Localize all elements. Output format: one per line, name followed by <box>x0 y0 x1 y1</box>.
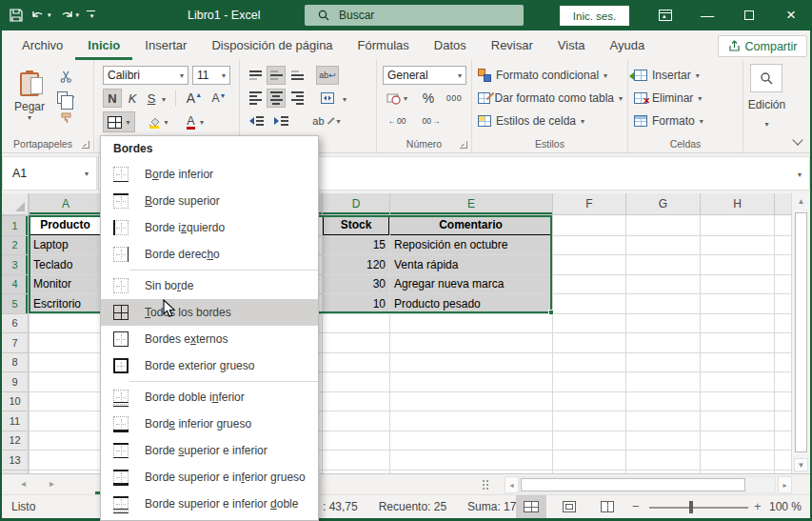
shrink-font-button[interactable]: A▼ <box>208 89 230 108</box>
cut-button[interactable] <box>55 68 76 85</box>
tab-insertar[interactable]: Insertar <box>132 32 199 60</box>
decrease-indent-button[interactable] <box>246 111 267 130</box>
redo-button[interactable]: ▾ <box>55 0 84 30</box>
underline-button[interactable]: S <box>143 89 160 108</box>
undo-dropdown-icon[interactable]: ▾ <box>48 11 51 19</box>
merge-center-button[interactable] <box>316 89 339 108</box>
vertical-scrollbar[interactable]: ▲ ▼ <box>791 193 810 473</box>
row-header-6[interactable]: 6 <box>2 313 29 333</box>
zoom-level[interactable]: 100 % <box>769 500 802 513</box>
orientation-button[interactable]: ab▾ <box>312 111 341 130</box>
cell-D3[interactable]: 120 <box>323 255 389 274</box>
collapse-ribbon-icon[interactable] <box>793 137 802 147</box>
menu-item-todos-los-bordes[interactable]: Todos los bordes <box>101 299 318 326</box>
increase-decimal-button[interactable]: ←00 <box>383 111 411 130</box>
menu-item-borde-exterior-grueso[interactable]: Borde exterior grueso <box>101 352 318 379</box>
menu-item-borde-doble-inferior[interactable]: Borde doble inferior <box>101 384 318 411</box>
conditional-formatting-button[interactable]: Formato condicional▾ <box>478 65 623 86</box>
number-format-select[interactable]: General▾ <box>383 66 466 85</box>
customize-qat-icon[interactable]: ▾ <box>83 0 99 30</box>
row-header-13[interactable]: 13 <box>2 450 29 470</box>
grow-font-button[interactable]: A▲ <box>183 89 206 108</box>
row-header-4[interactable]: 4 <box>2 274 29 294</box>
editing-dropdown-icon[interactable]: ▾ <box>743 113 790 130</box>
find-select-button[interactable] <box>750 64 782 92</box>
vertical-scroll-thumb[interactable] <box>795 212 807 452</box>
tab-vista[interactable]: Vista <box>545 32 598 60</box>
row-header-12[interactable]: 12 <box>2 431 29 451</box>
italic-button[interactable]: K <box>124 89 141 108</box>
horizontal-scroll-thumb[interactable] <box>521 478 745 491</box>
align-middle-button[interactable] <box>267 66 286 85</box>
cell-D4[interactable]: 30 <box>323 275 389 294</box>
scroll-up-icon[interactable]: ▲ <box>792 193 810 209</box>
align-center-button[interactable] <box>267 89 286 108</box>
menu-item-borde-superior[interactable]: Borde superior <box>101 188 318 214</box>
page-layout-view-button[interactable] <box>554 495 584 518</box>
bold-button[interactable]: N <box>103 89 122 108</box>
align-right-button[interactable] <box>287 89 307 108</box>
cell-E4[interactable]: Agregar nueva marca <box>390 275 552 294</box>
search-input[interactable]: Buscar <box>305 5 524 26</box>
undo-button[interactable]: ▾ <box>27 0 55 30</box>
column-header-F[interactable]: F <box>552 193 625 215</box>
share-button[interactable]: Compartir <box>718 35 807 57</box>
zoom-slider-track[interactable] <box>649 507 748 509</box>
column-header-H[interactable]: H <box>700 193 774 215</box>
menu-item-borde-superior-e-inferior[interactable]: Borde superior e inferior <box>101 437 318 464</box>
status-count[interactable]: Recuento: 25 <box>379 500 446 513</box>
save-icon[interactable] <box>6 0 27 30</box>
redo-dropdown-icon[interactable]: ▾ <box>76 11 80 19</box>
font-size-select[interactable]: 11▾ <box>192 66 230 85</box>
format-as-table-button[interactable]: Dar formato como tabla▾ <box>478 88 623 109</box>
row-header-7[interactable]: 7 <box>2 332 29 352</box>
align-top-button[interactable] <box>246 66 265 85</box>
scroll-down-icon[interactable]: ▼ <box>794 458 808 471</box>
number-dialog-launcher-icon[interactable] <box>460 141 467 149</box>
menu-item-borde-superior-e-inferior-doble[interactable]: Borde superior e inferior doble <box>101 491 318 517</box>
hscroll-right-icon[interactable]: ▸ <box>778 476 792 493</box>
wrap-text-button[interactable]: ab↩ <box>316 66 339 85</box>
name-box-dropdown-icon[interactable]: ▾ <box>85 170 89 178</box>
cell-A5[interactable]: Escritorio <box>30 294 102 313</box>
menu-item-bordes-externos[interactable]: Bordes externos <box>101 326 318 352</box>
cell-E1[interactable]: Comentario <box>390 216 552 235</box>
tab-revisar[interactable]: Revisar <box>479 32 545 60</box>
status-sum[interactable]: Suma: 175 <box>467 500 523 513</box>
cell-E5[interactable]: Producto pesado <box>390 294 552 313</box>
menu-item-borde-derecho[interactable]: Borde derecho <box>101 241 318 268</box>
row-header-9[interactable]: 9 <box>2 371 29 391</box>
zoom-out-button[interactable]: − <box>632 499 640 513</box>
insert-cells-button[interactable]: Insertar▾ <box>634 65 739 86</box>
cell-A3[interactable]: Teclado <box>30 255 102 274</box>
menu-item-borde-superior-e-inferior-grueso[interactable]: Borde superior e inferior grueso <box>101 464 318 491</box>
comma-style-button[interactable]: 000 <box>442 89 466 108</box>
fill-handle[interactable] <box>548 310 554 315</box>
editing-label[interactable]: Edición <box>743 98 790 111</box>
sheet-nav-next-icon[interactable]: ▸ <box>50 478 54 489</box>
menu-item-borde-inferior-grueso[interactable]: Borde inferior grueso <box>101 411 318 437</box>
column-header-A[interactable]: A <box>29 193 102 215</box>
page-break-view-button[interactable] <box>592 495 623 518</box>
tab-inicio[interactable]: Inicio <box>75 32 132 60</box>
cell-D5[interactable]: 10 <box>323 294 389 313</box>
fill-color-button[interactable]: ▾ <box>143 111 173 132</box>
percent-style-button[interactable]: % <box>419 89 438 108</box>
clipboard-dialog-launcher-icon[interactable] <box>82 141 89 149</box>
row-header-3[interactable]: 3 <box>2 254 29 274</box>
copy-button[interactable]: ▾ <box>53 89 78 106</box>
row-header-11[interactable]: 11 <box>2 411 29 431</box>
underline-dropdown-icon[interactable]: ▾ <box>162 95 166 104</box>
tab-ayuda[interactable]: Ayuda <box>598 32 658 60</box>
tab-f-rmulas[interactable]: Fórmulas <box>346 32 422 60</box>
font-color-button[interactable]: A ▾ <box>179 111 209 132</box>
format-painter-button[interactable] <box>55 110 76 127</box>
align-left-button[interactable] <box>246 89 265 108</box>
accounting-format-button[interactable]: ▾ <box>383 89 411 108</box>
tab-archivo[interactable]: Archivo <box>10 32 75 60</box>
close-button[interactable]: × <box>770 0 812 30</box>
menu-item-borde-inferior[interactable]: Borde inferior <box>101 161 318 188</box>
menu-item-sin-borde[interactable]: Sin borde <box>101 272 318 299</box>
maximize-button[interactable] <box>728 0 770 30</box>
tab-disposici-n-de-p-gina[interactable]: Disposición de página <box>199 32 345 60</box>
